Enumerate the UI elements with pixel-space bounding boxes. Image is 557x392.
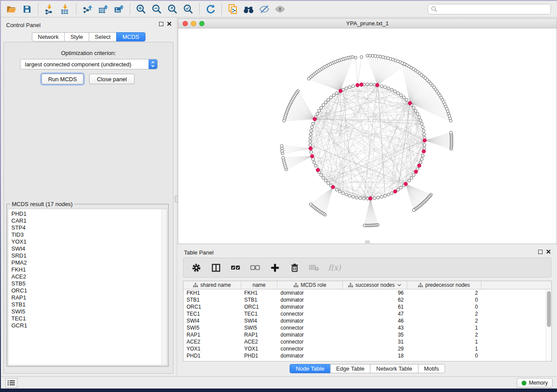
zoom-selected-button[interactable] [181,3,195,16]
mcds-node[interactable] [423,139,426,142]
mcds-result-item[interactable]: FKH1 [8,266,161,273]
table-row[interactable]: SWI5SWI5connector431 [183,324,551,331]
close-window-traffic-light[interactable] [183,21,188,26]
column-selector-button[interactable] [210,262,221,273]
mcds-node[interactable] [422,150,426,153]
mcds-result-item[interactable]: ORC1 [8,287,161,294]
network-node[interactable] [348,194,351,197]
network-node[interactable] [370,83,373,86]
deselect-all-button[interactable] [249,262,261,273]
zoom-in-button[interactable] [134,3,148,16]
run-mcds-button[interactable]: Run MCDS [42,74,83,84]
delete-columns-button[interactable] [289,262,300,273]
task-history-button[interactable] [5,378,17,388]
mcds-node[interactable] [356,83,359,87]
network-node[interactable] [423,144,426,147]
import-network-button[interactable] [42,3,56,16]
network-node[interactable] [420,122,423,125]
mcds-result-item[interactable]: STP4 [8,224,161,231]
network-node[interactable] [394,90,397,93]
export-image-button[interactable] [112,3,126,16]
memory-button[interactable]: Memory [517,378,553,388]
save-session-button[interactable] [20,3,34,16]
add-column-button[interactable] [269,262,280,273]
network-leaf-node[interactable] [354,56,357,59]
network-node[interactable] [380,85,383,88]
table-row[interactable]: FKH1FKH1dominator962 [183,289,551,296]
optimization-criterion-select[interactable]: largest connected component (undirected) [20,59,158,69]
network-node[interactable] [345,193,348,196]
network-node[interactable] [373,197,376,200]
zoom-fit-button[interactable] [166,3,180,16]
network-leaf-node[interactable] [360,55,363,58]
network-leaf-node[interactable] [450,131,453,134]
network-node[interactable] [329,96,332,99]
network-node[interactable] [422,129,425,132]
mcds-node[interactable] [414,170,418,173]
mcds-node[interactable] [339,89,342,93]
network-node[interactable] [384,86,387,89]
network-node[interactable] [410,176,413,179]
network-node[interactable] [397,188,400,191]
network-node[interactable] [318,110,321,113]
network-node[interactable] [345,87,348,90]
network-node[interactable] [408,179,411,182]
network-node[interactable] [414,110,417,113]
network-node[interactable] [363,197,366,200]
mcds-result-item[interactable]: PHD1 [8,210,161,217]
network-node[interactable] [359,197,362,200]
mcds-result-item[interactable]: SWI5 [8,308,161,315]
network-node[interactable] [387,193,390,196]
network-node[interactable] [391,192,394,195]
network-node[interactable] [380,196,383,199]
network-node[interactable] [422,154,425,157]
network-node[interactable] [314,165,317,168]
close-panel-icon[interactable] [167,21,172,26]
network-node[interactable] [316,113,319,116]
network-node[interactable] [412,174,415,177]
network-node[interactable] [412,107,415,110]
network-node[interactable] [397,92,400,95]
network-node[interactable] [310,151,313,154]
mcds-result-item[interactable]: SWI4 [8,245,161,252]
mcds-node[interactable] [376,83,379,87]
tab-motifs[interactable]: Motifs [418,364,445,373]
network-node[interactable] [420,158,423,161]
mcds-result-item[interactable]: ACE2 [8,273,161,280]
tab-edge-table[interactable]: Edge Table [330,364,370,373]
table-row[interactable]: ACE2ACE2connector311 [183,338,551,345]
tab-network[interactable]: Network [31,32,65,41]
export-table-button[interactable] [96,3,110,16]
import-table-button[interactable] [58,3,72,16]
settings-gear-button[interactable] [190,262,202,273]
network-leaf-node[interactable] [366,54,369,57]
mcds-result-item[interactable]: GCR1 [8,322,161,329]
export-network-button[interactable] [80,3,94,16]
column-header-successor-nodes[interactable]: successor nodes [343,281,407,289]
column-header-name[interactable]: name [241,281,277,289]
tab-style[interactable]: Style [64,32,89,41]
network-node[interactable] [400,94,403,97]
table-row[interactable]: STB1STB1dominator620 [183,296,551,303]
mcds-result-item[interactable]: RAP1 [8,294,161,301]
column-header-shared-name[interactable]: shared name [183,281,241,289]
network-node[interactable] [320,174,323,177]
table-scrollbar[interactable] [546,289,551,361]
mcds-result-item[interactable]: CAR1 [8,217,161,224]
network-node[interactable] [355,196,358,199]
tab-mcds[interactable]: MCDS [116,32,145,41]
mcds-result-item[interactable]: TEC1 [8,315,161,322]
network-node[interactable] [418,116,421,119]
refresh-network-button[interactable] [204,3,218,16]
network-leaf-node[interactable] [401,62,404,65]
minimize-window-traffic-light[interactable] [191,21,196,26]
float-panel-icon[interactable] [159,22,163,26]
list-scrollbar[interactable] [161,209,167,365]
network-node[interactable] [402,96,405,99]
column-header-mcds-role[interactable]: MCDS role [277,281,343,289]
table-row[interactable]: YOX1YOX1connector291 [183,345,551,352]
network-node[interactable] [327,98,330,101]
network-node[interactable] [311,126,314,129]
mcds-node[interactable] [310,155,314,158]
mcds-node[interactable] [316,168,319,172]
